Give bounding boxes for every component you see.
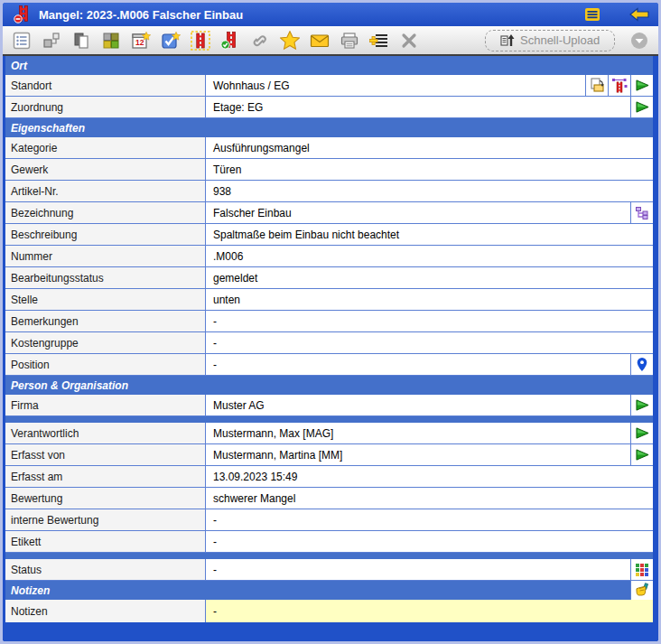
assign-structure-button[interactable] [608,75,630,96]
field-label: Gewerk [5,159,206,180]
field-row-nummer: Nummer .M006 [5,246,653,267]
structure-button[interactable] [42,31,61,51]
field-value[interactable]: Wohnhaus / EG [206,75,585,96]
field-label: Bemerkungen [5,311,206,331]
field-value[interactable]: schwerer Mangel [206,488,653,509]
field-row-artikelnr: Artikel-Nr. 938 [5,181,653,202]
section-header-person: Person & Organisation [5,376,653,395]
field-value[interactable]: - [206,600,653,622]
hierarchy-icon [635,206,650,220]
field-label: Kategorie [5,137,206,158]
defect-done-icon [220,31,240,51]
goto-arrow-icon [635,448,650,462]
defect-marked-icon [191,31,210,51]
structure-icon [42,32,61,50]
field-label: Zuordnung [5,97,206,117]
field-value[interactable]: gemeldet [206,267,653,288]
copy-transfer-icon [589,78,605,93]
field-row-firma: Firma Muster AG [5,395,653,416]
assign-structure-icon [611,78,628,93]
field-value[interactable]: - [206,531,653,552]
favorite-star-button[interactable] [280,31,300,51]
field-value[interactable]: - [206,354,630,375]
link-button[interactable] [250,31,270,51]
status-grid-icon [635,563,649,577]
defect-marked-button[interactable] [191,31,210,51]
field-value[interactable]: - [206,332,653,353]
goto-arrow-button[interactable] [630,423,653,443]
field-value[interactable]: - [206,509,653,530]
hierarchy-button[interactable] [630,202,653,223]
copy-button[interactable] [71,31,91,51]
field-row-bezeichnung: Bezeichnung Falscher Einbau [5,202,653,224]
field-label: Bearbeitungsstatus [5,267,206,288]
map-pin-button[interactable] [630,354,653,375]
section-spacer [5,416,653,423]
app-window: Mangel: 2023-.M006 Falscher Einbau [0,0,661,644]
print-button[interactable] [340,31,359,51]
field-value[interactable]: unten [206,289,653,310]
section-header-notizen: Notizen [5,581,653,600]
field-row-verantwortlich: Verantwortlich Mustermann, Max [MAG] [5,423,653,444]
task-add-icon [161,32,181,50]
field-label: Beschreibung [5,224,206,245]
field-row-bewertung: Bewertung schwerer Mangel [5,488,653,509]
goto-arrow-icon [635,100,650,114]
field-row-notizen: Notizen - [5,600,653,622]
field-label: interne Bewertung [5,509,206,530]
note-add-icon [369,32,389,50]
section-title: Eigenschaften [11,122,653,135]
field-value[interactable]: Türen [206,159,653,180]
field-value[interactable]: Ausführungsmangel [206,137,653,158]
field-label: Etikett [5,531,206,552]
field-label: Kostengruppe [5,332,206,353]
field-value[interactable]: - [206,559,630,580]
field-value[interactable]: Muster AG [206,395,630,415]
titlebar: Mangel: 2023-.M006 Falscher Einbau [3,3,658,26]
field-value[interactable]: Etage: EG [206,97,630,117]
field-row-etikett: Etikett - [5,531,653,553]
form-list-icon [13,32,31,50]
note-add-button[interactable] [369,31,389,51]
quick-upload-button[interactable]: Schnell-Upload [485,30,615,51]
map-pin-icon [636,357,648,372]
goto-arrow-button[interactable] [630,444,653,465]
menu-button[interactable] [582,5,602,23]
field-row-position: Position - [5,354,653,376]
field-value[interactable]: 938 [206,181,653,201]
status-grid-button[interactable] [630,559,653,580]
copy-icon [72,32,90,50]
toolbar-dropdown-button[interactable] [629,31,649,51]
field-value[interactable]: Falscher Einbau [206,202,630,223]
task-add-button[interactable] [161,31,181,51]
defect-done-button[interactable] [220,31,240,51]
close-button[interactable] [399,31,419,51]
calendar-add-button[interactable]: 12 [131,31,151,51]
window-chrome: Mangel: 2023-.M006 Falscher Einbau [3,3,658,641]
note-edit-button[interactable] [630,581,653,600]
toolbar: 12 [3,26,658,56]
goto-arrow-button[interactable] [630,395,653,415]
goto-arrow-button[interactable] [630,75,653,96]
close-icon [400,32,418,50]
field-value[interactable]: Mustermann, Max [MAG] [206,423,630,443]
field-row-gewerk: Gewerk Türen [5,159,653,181]
tiles-button[interactable] [101,31,121,51]
field-value[interactable]: .M006 [206,246,653,266]
field-label: Stelle [5,289,206,310]
goto-arrow-button[interactable] [630,97,653,117]
mail-button[interactable] [310,31,330,51]
field-value[interactable]: 13.09.2023 15:49 [206,466,653,487]
copy-transfer-button[interactable] [585,75,608,96]
goto-arrow-icon [635,426,650,440]
field-value[interactable]: Mustermann, Martina [MM] [206,444,630,465]
calendar-add-icon: 12 [131,32,151,50]
form-list-button[interactable] [12,31,32,51]
back-button[interactable] [629,5,649,23]
field-value[interactable]: Spaltmaße beim Einbau nicht beachtet [206,224,653,245]
field-value[interactable]: - [206,311,653,331]
field-label: Erfasst am [5,466,206,487]
field-row-interne-bewertung: interne Bewertung - [5,509,653,531]
svg-text:12: 12 [135,38,144,47]
field-label: Bezeichnung [5,202,206,223]
